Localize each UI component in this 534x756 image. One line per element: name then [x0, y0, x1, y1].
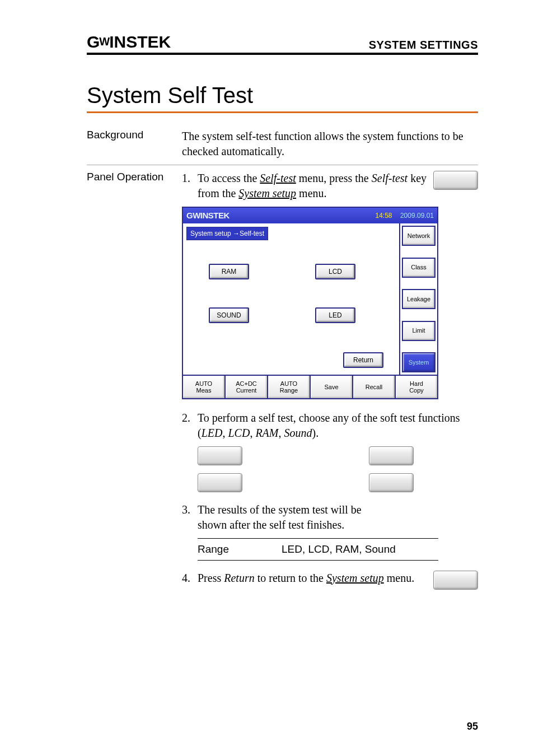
step-4: 4. Press Return to return to the System …	[182, 571, 478, 590]
brand-text-rest: INSTEK	[109, 32, 171, 52]
bottom-button-acdc-current[interactable]: AC+DCCurrent	[226, 376, 268, 398]
brand-logo: GWINSTEK	[87, 32, 171, 52]
panel-operation-row: Panel Operation 1. To access the Self-te…	[87, 165, 478, 601]
device-button-return[interactable]: Return	[343, 352, 383, 368]
step-4-text: Press Return to return to the System set…	[198, 571, 433, 586]
device-breadcrumb: System setup →Self-test	[186, 227, 268, 240]
bottom-button-save[interactable]: Save	[311, 376, 353, 398]
softkey-1[interactable]	[198, 446, 242, 465]
side-button-class[interactable]: Class	[402, 258, 435, 278]
step-2: 2. To perform a self test, choose any of…	[182, 410, 478, 441]
softkey-4[interactable]	[369, 473, 414, 492]
range-table: Range LED, LCD, RAM, Sound	[198, 538, 438, 561]
bottom-button-recall[interactable]: Recall	[353, 376, 396, 398]
background-text: The system self-test function allows the…	[182, 129, 478, 159]
step-1-number: 1.	[182, 171, 198, 186]
device-titlebar: GWINSTEK 14:58 2009.09.01	[183, 208, 437, 223]
range-label: Range	[198, 542, 282, 557]
device-button-sound[interactable]: SOUND	[209, 307, 249, 323]
side-button-network[interactable]: Network	[402, 226, 435, 246]
step-2-number: 2.	[182, 410, 198, 426]
bottom-button-hard-copy[interactable]: HardCopy	[396, 376, 437, 398]
bottom-button-auto-range[interactable]: AUTORange	[268, 376, 311, 398]
device-sidebar: Network Class Leakage Limit System	[400, 223, 437, 375]
bottom-button-auto-meas[interactable]: AUTOMeas	[183, 376, 226, 398]
side-button-leakage[interactable]: Leakage	[402, 289, 435, 309]
device-main-area: System setup →Self-test RAM LCD SOUND LE…	[183, 223, 400, 375]
background-row: Background The system self-test function…	[87, 123, 478, 165]
page-title: System Self Test	[87, 83, 478, 113]
background-label: Background	[87, 129, 182, 141]
brand-text-g: G	[87, 32, 99, 52]
softkey-2[interactable]	[369, 446, 414, 465]
device-button-ram[interactable]: RAM	[209, 264, 249, 279]
device-button-lcd[interactable]: LCD	[315, 264, 355, 279]
step-3-number: 3.	[182, 502, 198, 517]
page-header: GWINSTEK SYSTEM SETTINGS	[87, 32, 478, 55]
brand-text-w: W	[99, 35, 109, 48]
side-button-limit[interactable]: Limit	[402, 321, 435, 341]
range-value: LED, LCD, RAM, Sound	[282, 542, 396, 557]
softkey-group	[198, 446, 478, 492]
step-2-text: To perform a self test, choose any of th…	[198, 410, 478, 441]
device-bottom-bar: AUTOMeas AC+DCCurrent AUTORange Save Rec…	[183, 375, 437, 398]
device-brand: GWINSTEK	[186, 210, 229, 221]
step-3: 3. The results of the system test will b…	[182, 502, 478, 533]
device-time: 14:58	[375, 212, 392, 220]
device-button-led[interactable]: LED	[315, 307, 355, 323]
device-screenshot: GWINSTEK 14:58 2009.09.01 System setup →…	[182, 207, 438, 399]
step-1-text: To access the Self-test menu, press the …	[198, 171, 433, 201]
softkey-3[interactable]	[198, 473, 242, 492]
softkey-return[interactable]	[433, 571, 478, 590]
panel-operation-label: Panel Operation	[87, 171, 182, 183]
step-4-number: 4.	[182, 571, 198, 586]
side-button-system[interactable]: System	[402, 352, 435, 372]
device-date: 2009.09.01	[400, 212, 434, 220]
step-3-text: The results of the system test will be s…	[198, 502, 377, 533]
step-1: 1. To access the Self-test menu, press t…	[182, 171, 478, 201]
section-label: SYSTEM SETTINGS	[369, 39, 478, 52]
softkey-self-test[interactable]	[433, 171, 478, 190]
page-number: 95	[467, 721, 478, 732]
